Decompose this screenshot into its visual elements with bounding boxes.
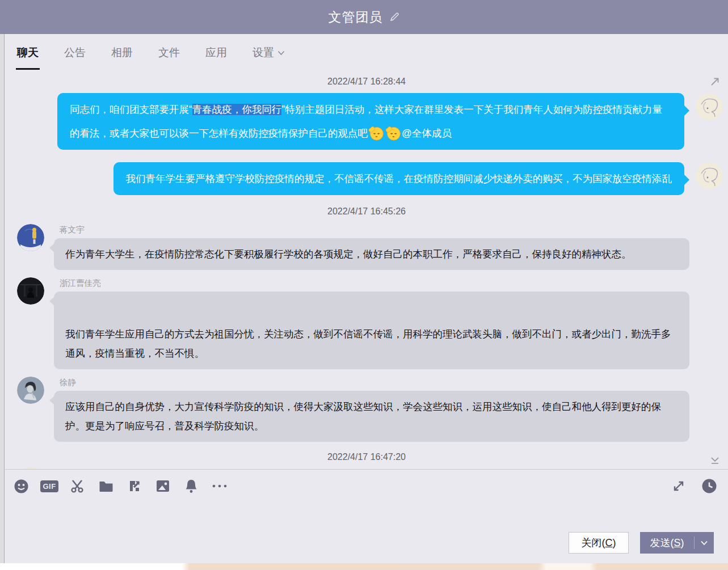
share-file-icon[interactable] xyxy=(126,478,143,495)
tab-announcement[interactable]: 公告 xyxy=(63,35,87,70)
qq-group-chat-window: 文管团员 聊天 公告 相册 文件 应用 设置 2022/4/17 16:28:4… xyxy=(0,0,728,570)
message-text: 我们青年学生应用自己的方式去为祖国分忧，关注动态，做到不信谣不传谣，用科学的理论… xyxy=(65,328,671,359)
expand-history-icon[interactable] xyxy=(709,76,721,87)
desktop-background-strip xyxy=(0,563,728,570)
message-input[interactable] xyxy=(12,501,718,530)
message-bubble: 作为青年大学生，在疫情防控常态化下要积极履行学校的各项规定，做好自己的本职工作，… xyxy=(54,238,689,270)
member-avatar[interactable] xyxy=(17,224,44,251)
message-bubble: 我们青年学生要严格遵守学校防控疫情的规定，不信谣不传谣，在疫情防控期间减少快递外… xyxy=(113,162,685,195)
tab-files[interactable]: 文件 xyxy=(157,35,181,70)
member-avatar[interactable] xyxy=(17,377,44,404)
tab-settings[interactable]: 设置 xyxy=(251,35,286,70)
chat-history[interactable]: 2022/4/17 16:28:44 同志们，咱们团支部要开展“青春战疫，你我同… xyxy=(5,71,728,469)
group-title: 文管团员 xyxy=(329,9,383,26)
sender-name[interactable]: 徐静 xyxy=(60,377,689,388)
close-button[interactable]: 关闭(C) xyxy=(569,532,629,554)
timestamp: 2022/4/17 16:45:26 xyxy=(5,206,728,217)
bell-icon[interactable] xyxy=(183,478,200,495)
expand-icon[interactable] xyxy=(670,478,687,495)
message-bubble: 同志们，咱们团支部要开展“青春战疫，你我同行”特别主题团日活动，这样大家在群里发… xyxy=(57,93,684,150)
tab-album[interactable]: 相册 xyxy=(110,35,134,70)
incoming-message: 蒋文宇 作为青年大学生，在疫情防控常态化下要积极履行学校的各项规定，做好自己的本… xyxy=(5,224,728,270)
send-button[interactable]: 发送(S) xyxy=(640,532,714,554)
title-bar: 文管团员 xyxy=(0,0,728,34)
outgoing-message: 同志们，咱们团支部要开展“青春战疫，你我同行”特别主题团日活动，这样大家在群里发… xyxy=(5,93,728,150)
input-toolbar-right xyxy=(657,478,718,495)
history-clock-icon[interactable] xyxy=(701,478,718,495)
message-text: 同志们，咱们团支部要开展“ xyxy=(70,104,192,115)
chevron-down-icon xyxy=(277,50,285,56)
incoming-message: 浙江曹佳亮 我们青年学生应用自己的方式去为祖国分忧，关注动态，做到不信谣不传谣，… xyxy=(5,277,728,369)
member-avatar[interactable] xyxy=(17,277,44,305)
image-icon[interactable] xyxy=(154,478,171,495)
salute-emoji xyxy=(385,125,401,141)
outgoing-message: 我们青年学生要严格遵守学校防控疫情的规定，不信谣不传谣，在疫情防控期间减少快递外… xyxy=(5,162,728,195)
tab-chat[interactable]: 聊天 xyxy=(16,35,40,70)
input-toolbar: GIF xyxy=(12,478,239,495)
send-options-dropdown[interactable] xyxy=(695,541,714,546)
message-text: 作为青年大学生，在疫情防控常态化下要积极履行学校的各项规定，做好自己的本职工作，… xyxy=(65,248,632,260)
folder-icon[interactable] xyxy=(98,478,115,495)
highlighted-text: 青春战疫，你我同行 xyxy=(192,104,282,115)
sender-name[interactable]: 蒋文宇 xyxy=(60,225,689,235)
message-bubble: 应该用自己的自身优势，大力宣传科学防疫的知识，使得大家汲取这些知识，学会这些知识… xyxy=(54,391,689,442)
self-avatar[interactable] xyxy=(696,93,723,120)
button-row: 关闭(C) 发送(S) xyxy=(569,532,714,554)
sender-name[interactable]: 浙江曹佳亮 xyxy=(60,278,689,289)
screenshot-scissors-icon[interactable] xyxy=(69,478,86,495)
edit-title-icon[interactable] xyxy=(389,11,400,23)
tab-bar: 聊天 公告 相册 文件 应用 设置 xyxy=(5,34,728,71)
emoji-icon[interactable] xyxy=(12,478,30,495)
incoming-message: 徐静 应该用自己的自身优势，大力宣传科学防疫的知识，使得大家汲取这些知识，学会这… xyxy=(5,377,728,442)
more-icon[interactable] xyxy=(211,478,228,495)
window-left-edge xyxy=(0,34,5,563)
input-panel: GIF xyxy=(5,469,728,563)
message-text: 我们青年学生要严格遵守学校防控疫情的规定，不信谣不传谣，在疫情防控期间减少快递外… xyxy=(126,173,672,184)
timestamp: 2022/4/17 16:47:20 xyxy=(5,452,728,462)
tab-apps[interactable]: 应用 xyxy=(204,35,228,70)
gif-icon[interactable]: GIF xyxy=(41,478,58,495)
salute-emoji xyxy=(368,125,384,141)
message-bubble: 我们青年学生应用自己的方式去为祖国分忧，关注动态，做到不信谣不传谣，用科学的理论… xyxy=(54,292,689,369)
collapse-history-icon[interactable] xyxy=(709,457,721,466)
message-text: 应该用自己的自身优势，大力宣传科学防疫的知识，使得大家汲取这些知识，学会这些知识… xyxy=(65,401,661,432)
timestamp: 2022/4/17 16:28:44 xyxy=(5,77,728,87)
self-avatar[interactable] xyxy=(696,162,723,189)
mention-all[interactable]: @全体成员 xyxy=(402,128,452,139)
